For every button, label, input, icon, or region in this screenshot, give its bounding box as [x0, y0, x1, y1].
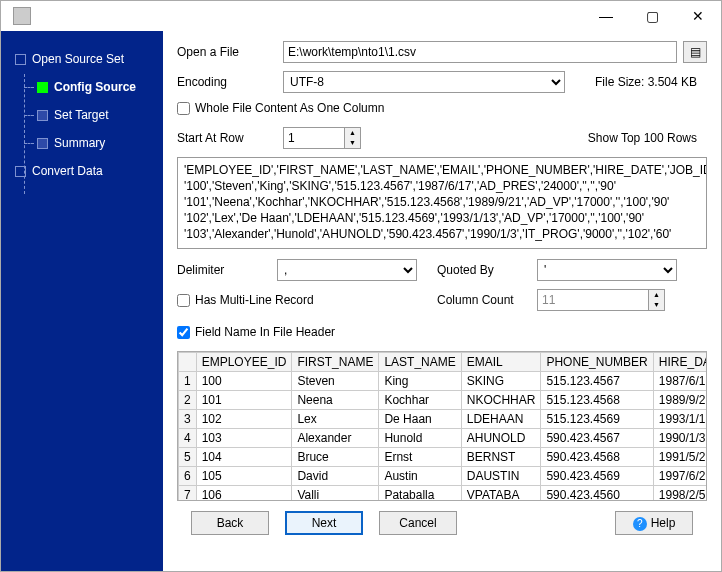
table-row[interactable]: 5104BruceErnstBERNST590.423.45681991/5/2…	[179, 448, 708, 467]
cell[interactable]: AHUNOLD	[461, 429, 541, 448]
table-row[interactable]: 7106ValliPataballaVPATABA590.423.4560199…	[179, 486, 708, 502]
cell[interactable]: Steven	[292, 372, 379, 391]
cell[interactable]: 104	[196, 448, 292, 467]
cell[interactable]: Ernst	[379, 448, 461, 467]
arrow-down-icon[interactable]: ▼	[345, 138, 360, 148]
cell[interactable]: DAUSTIN	[461, 467, 541, 486]
cell[interactable]: 100	[196, 372, 292, 391]
encoding-label: Encoding	[177, 75, 277, 89]
step-config-source[interactable]: Config Source	[1, 73, 163, 101]
whole-file-check-input[interactable]	[177, 102, 190, 115]
table-row[interactable]: 6105DavidAustinDAUSTIN590.423.45691997/6…	[179, 467, 708, 486]
quoted-by-select[interactable]: '	[537, 259, 677, 281]
row-header[interactable]: 3	[179, 410, 197, 429]
cell[interactable]: VPATABA	[461, 486, 541, 502]
start-row-label: Start At Row	[177, 131, 277, 145]
row-header[interactable]: 6	[179, 467, 197, 486]
cell[interactable]: Bruce	[292, 448, 379, 467]
folder-icon: ▤	[690, 45, 701, 59]
column-header[interactable]: HIRE_DATE	[653, 353, 707, 372]
cell[interactable]: 103	[196, 429, 292, 448]
cell[interactable]: Neena	[292, 391, 379, 410]
cell[interactable]: 1987/6/17	[653, 372, 707, 391]
cell[interactable]: BERNST	[461, 448, 541, 467]
table-row[interactable]: 1100StevenKingSKING515.123.45671987/6/17…	[179, 372, 708, 391]
column-count-spinner[interactable]: ▲▼	[537, 289, 665, 311]
step-summary[interactable]: Summary	[1, 129, 163, 157]
row-header[interactable]: 4	[179, 429, 197, 448]
cell[interactable]: 590.423.4568	[541, 448, 653, 467]
next-button[interactable]: Next	[285, 511, 363, 535]
cell[interactable]: Austin	[379, 467, 461, 486]
cell[interactable]: 1993/1/13	[653, 410, 707, 429]
cell[interactable]: 1997/6/25	[653, 467, 707, 486]
multiline-checkbox[interactable]: Has Multi-Line Record	[177, 293, 417, 307]
cell[interactable]: Hunold	[379, 429, 461, 448]
step-convert-data[interactable]: Convert Data	[1, 157, 163, 185]
cell[interactable]: David	[292, 467, 379, 486]
back-button[interactable]: Back	[191, 511, 269, 535]
cell[interactable]: 106	[196, 486, 292, 502]
file-path-input[interactable]	[283, 41, 677, 63]
cell[interactable]: Alexander	[292, 429, 379, 448]
cell[interactable]: Kochhar	[379, 391, 461, 410]
cell[interactable]: King	[379, 372, 461, 391]
cell[interactable]: Pataballa	[379, 486, 461, 502]
column-header[interactable]: FIRST_NAME	[292, 353, 379, 372]
cell[interactable]: 515.123.4567	[541, 372, 653, 391]
maximize-button[interactable]: ▢	[629, 1, 675, 31]
cell[interactable]: SKING	[461, 372, 541, 391]
row-header[interactable]: 5	[179, 448, 197, 467]
cell[interactable]: 102	[196, 410, 292, 429]
arrow-down-icon[interactable]: ▼	[649, 300, 664, 310]
cell[interactable]: 590.423.4567	[541, 429, 653, 448]
cell[interactable]: 1998/2/5	[653, 486, 707, 502]
step-set-target[interactable]: Set Target	[1, 101, 163, 129]
encoding-select[interactable]: UTF-8	[283, 71, 565, 93]
row-header[interactable]: 7	[179, 486, 197, 502]
file-preview[interactable]: 'EMPLOYEE_ID','FIRST_NAME','LAST_NAME','…	[177, 157, 707, 249]
cancel-button[interactable]: Cancel	[379, 511, 457, 535]
cell[interactable]: 515.123.4569	[541, 410, 653, 429]
column-header[interactable]: LAST_NAME	[379, 353, 461, 372]
data-grid[interactable]: EMPLOYEE_IDFIRST_NAMELAST_NAMEEMAILPHONE…	[177, 351, 707, 501]
cell[interactable]: 1991/5/21	[653, 448, 707, 467]
help-button[interactable]: ?Help	[615, 511, 693, 535]
delimiter-select[interactable]: ,	[277, 259, 417, 281]
cell[interactable]: 1989/9/21	[653, 391, 707, 410]
cell[interactable]: LDEHAAN	[461, 410, 541, 429]
spinner-arrows[interactable]: ▲▼	[648, 290, 664, 310]
column-header[interactable]: EMPLOYEE_ID	[196, 353, 292, 372]
step-label: Config Source	[54, 80, 136, 94]
multiline-check-input[interactable]	[177, 294, 190, 307]
cell[interactable]: 590.423.4569	[541, 467, 653, 486]
start-row-spinner[interactable]: ▲▼	[283, 127, 361, 149]
cell[interactable]: 515.123.4568	[541, 391, 653, 410]
arrow-up-icon[interactable]: ▲	[649, 290, 664, 300]
spinner-arrows[interactable]: ▲▼	[344, 128, 360, 148]
step-open-source-set[interactable]: Open Source Set	[1, 45, 163, 73]
table-row[interactable]: 3102LexDe HaanLDEHAAN515.123.45691993/1/…	[179, 410, 708, 429]
field-header-checkbox[interactable]: Field Name In File Header	[177, 325, 335, 339]
browse-file-button[interactable]: ▤	[683, 41, 707, 63]
start-row-input[interactable]	[284, 128, 344, 148]
row-header[interactable]: 2	[179, 391, 197, 410]
cell[interactable]: Lex	[292, 410, 379, 429]
cell[interactable]: 105	[196, 467, 292, 486]
cell[interactable]: 1990/1/3	[653, 429, 707, 448]
column-header[interactable]: PHONE_NUMBER	[541, 353, 653, 372]
cell[interactable]: 590.423.4560	[541, 486, 653, 502]
cell[interactable]: 101	[196, 391, 292, 410]
whole-file-checkbox[interactable]: Whole File Content As One Column	[177, 101, 384, 115]
arrow-up-icon[interactable]: ▲	[345, 128, 360, 138]
cell[interactable]: De Haan	[379, 410, 461, 429]
row-header[interactable]: 1	[179, 372, 197, 391]
cell[interactable]: NKOCHHAR	[461, 391, 541, 410]
table-row[interactable]: 2101NeenaKochharNKOCHHAR515.123.45681989…	[179, 391, 708, 410]
table-row[interactable]: 4103AlexanderHunoldAHUNOLD590.423.456719…	[179, 429, 708, 448]
cell[interactable]: Valli	[292, 486, 379, 502]
minimize-button[interactable]: —	[583, 1, 629, 31]
column-header[interactable]: EMAIL	[461, 353, 541, 372]
field-header-check-input[interactable]	[177, 326, 190, 339]
close-button[interactable]: ✕	[675, 1, 721, 31]
